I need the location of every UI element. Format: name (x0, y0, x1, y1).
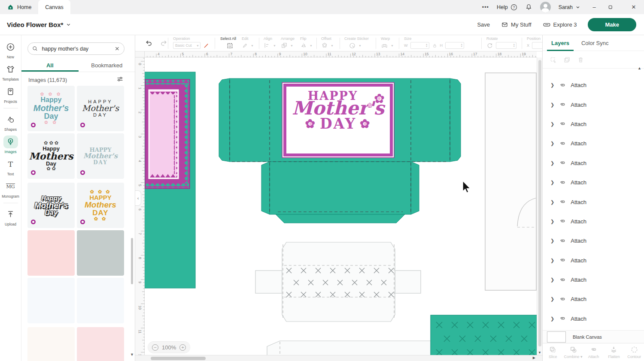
help-menu[interactable]: Help ? (497, 4, 517, 11)
canvas-vertical-scrollbar[interactable]: ▼ (537, 57, 542, 355)
chevron-right-icon[interactable]: ❯ (550, 82, 554, 88)
layer-group-attach[interactable]: ❯Attach (543, 309, 641, 322)
sidebar-item-monogram[interactable]: MGMonogram (1, 178, 21, 200)
layer-group-attach[interactable]: ❯Attach (543, 75, 641, 95)
canvas-white-liner-piece[interactable] (255, 242, 421, 322)
panel-collapse-handle[interactable]: ‹ (135, 190, 141, 206)
chevron-right-icon[interactable]: ❯ (550, 296, 554, 302)
maximize-button[interactable] (608, 5, 620, 9)
chevron-right-icon[interactable]: ❯ (550, 199, 554, 205)
layer-group-attach[interactable]: ❯Attach (543, 134, 641, 153)
close-button[interactable]: ✕ (628, 4, 640, 10)
sidebar-item-new[interactable]: New (1, 39, 21, 61)
layer-group-attach[interactable]: ❯Attach (543, 251, 641, 270)
chevron-right-icon[interactable]: ❯ (550, 316, 554, 322)
bell-icon[interactable] (525, 3, 532, 11)
scroll-right-icon[interactable]: ▶ (533, 356, 535, 360)
operation-select[interactable]: Basic Cut ▼ (173, 42, 200, 49)
image-result-tile-loading[interactable] (77, 278, 124, 323)
chevron-right-icon[interactable]: ❯ (550, 102, 554, 108)
trash-icon[interactable] (577, 56, 584, 63)
pen-color-icon[interactable] (203, 42, 210, 49)
flip-icon[interactable] (300, 42, 307, 49)
sidebar-item-shapes[interactable]: Shapes (1, 111, 21, 133)
image-result-tile[interactable]: ✿ ✿ ✿HappyMothersDay✿ ✿ (27, 133, 75, 179)
sidebar-item-templates[interactable]: Templates (1, 61, 21, 83)
layer-group-attach[interactable]: ❯Attach (543, 153, 641, 173)
image-result-tile-loading[interactable] (27, 327, 75, 361)
rotate-field[interactable]: ▲▼ (496, 42, 516, 49)
user-avatar[interactable] (540, 2, 551, 12)
contour-button[interactable]: Contour (624, 343, 644, 361)
offset-icon[interactable] (321, 42, 328, 49)
image-result-tile[interactable]: ✿ ✿ ✿HappyMother'sDay✿ ✿ (27, 86, 75, 131)
filter-icon[interactable] (116, 75, 124, 83)
tab-bookmarked[interactable]: Bookmarked (79, 60, 136, 72)
scroll-down-icon[interactable]: ▼ (538, 351, 541, 355)
canvas-color-swatch[interactable] (547, 331, 566, 343)
image-result-tile[interactable]: HappyMother'sDay (27, 183, 75, 228)
chevron-right-icon[interactable]: ❯ (550, 180, 554, 185)
chevron-right-icon[interactable]: ❯ (550, 141, 554, 146)
sidebar-item-text[interactable]: TText (1, 156, 21, 178)
sidebar-item-images[interactable]: Images (1, 133, 21, 156)
layer-group-attach[interactable]: ❯Attach (543, 95, 641, 114)
attach-button[interactable]: Attach (583, 343, 604, 361)
tab-layers[interactable]: Layers (551, 40, 569, 46)
image-result-tile[interactable]: ✿ ✿ ✿HAPPYMothersDAY✿ ✿ (77, 183, 124, 228)
align-icon[interactable] (264, 42, 270, 49)
panel-scrollbar-thumb[interactable] (131, 238, 133, 284)
chevron-right-icon[interactable]: ❯ (550, 219, 554, 224)
lock-icon[interactable] (432, 43, 437, 48)
my-stuff-button[interactable]: My Stuff (501, 21, 531, 28)
design-canvas[interactable]: HAPPY ✿ ❀ Mother's ✿ DAY ✿ − 100% + (145, 57, 537, 355)
blank-canvas-row[interactable]: Blank Canvas (543, 330, 644, 343)
slice-button[interactable]: Slice (543, 343, 563, 361)
select-all-icon[interactable] (226, 42, 234, 49)
image-result-tile-loading[interactable] (27, 278, 75, 323)
panel-scroll-down-icon[interactable]: ▼ (130, 352, 134, 357)
rotate-icon[interactable] (486, 42, 493, 49)
chevron-right-icon[interactable]: ❯ (550, 121, 554, 127)
height-field[interactable]: ▲▼ (445, 42, 464, 49)
layer-group-attach[interactable]: ❯Attach (543, 192, 641, 211)
save-button[interactable]: Save (477, 21, 490, 28)
canvas-teal-x-piece[interactable] (431, 315, 537, 355)
layer-group-attach[interactable]: ❯Attach (543, 270, 641, 289)
arrange-icon[interactable] (281, 42, 288, 49)
tab-home[interactable]: Home (0, 0, 38, 14)
image-result-tile-loading[interactable] (77, 327, 124, 361)
vscrollbar-thumb[interactable] (538, 60, 541, 346)
project-title[interactable]: Video Flower Box* (7, 21, 71, 28)
group-layers-icon[interactable] (550, 56, 557, 63)
happy-mothers-day-design[interactable]: HAPPY ✿ ❀ Mother's ✿ DAY ✿ (283, 84, 393, 156)
chevron-right-icon[interactable]: ❯ (550, 238, 554, 244)
search-input[interactable] (41, 45, 112, 52)
layer-group-attach[interactable]: ❯Attach (543, 114, 641, 134)
layers-scroll-up-icon[interactable]: ▲ (638, 66, 641, 70)
hscrollbar-thumb[interactable] (151, 357, 206, 360)
canvas-left-panel-piece[interactable] (145, 72, 195, 288)
edit-pencil-icon[interactable] (242, 42, 248, 49)
layer-group-attach[interactable]: ❯Attach (543, 289, 641, 309)
warp-icon[interactable] (381, 42, 388, 49)
combine-button[interactable]: Combine ▾ (563, 343, 583, 361)
search-box[interactable] (27, 42, 125, 55)
layer-group-attach[interactable]: ❯Attach (543, 212, 641, 231)
flatten-button[interactable]: Flatten (604, 343, 624, 361)
sidebar-item-upload[interactable]: Upload (1, 206, 21, 228)
tab-all[interactable]: All (21, 60, 79, 72)
chevron-right-icon[interactable]: ❯ (550, 258, 554, 263)
sidebar-item-projects[interactable]: Projects (1, 83, 21, 105)
tab-canvas[interactable]: Canvas (38, 0, 70, 14)
tab-color-sync[interactable]: Color Sync (581, 40, 609, 46)
canvas-bottom-piece[interactable] (267, 341, 456, 355)
width-field[interactable]: ▲▼ (410, 42, 429, 49)
zoom-out-button[interactable]: − (152, 344, 158, 351)
create-sticker-icon[interactable] (349, 42, 356, 49)
image-result-tile-loading[interactable] (27, 230, 75, 276)
redo-icon[interactable] (160, 39, 168, 47)
clear-search-icon[interactable] (115, 46, 120, 51)
undo-icon[interactable] (145, 39, 153, 47)
explore-machine-button[interactable]: Explore 3 (543, 21, 577, 28)
